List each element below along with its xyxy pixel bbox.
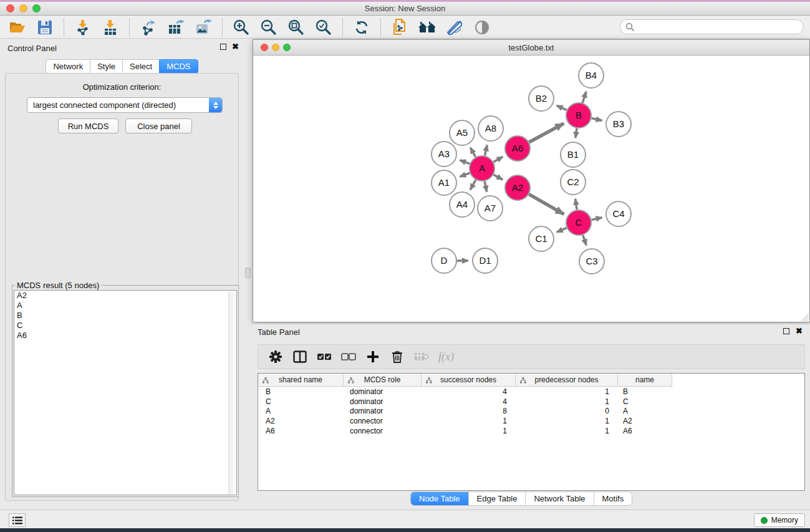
graph-edge-B-B3[interactable] — [592, 118, 602, 120]
column-header-predecessor-nodes[interactable]: predecessor nodes — [516, 374, 618, 387]
tab-network-table[interactable]: Network Table — [526, 492, 594, 505]
graph-edge-A2-C[interactable] — [529, 194, 564, 214]
table-row[interactable]: A6connector11A6 — [258, 426, 804, 436]
graph-node-D1[interactable]: D1 — [473, 248, 498, 273]
graph-edge-A-A3[interactable] — [460, 160, 470, 164]
graph-edge-A-A8[interactable] — [485, 145, 487, 155]
table-cell[interactable]: 8 — [422, 406, 516, 416]
graph-node-B2[interactable]: B2 — [529, 86, 554, 111]
export-image-icon[interactable] — [194, 18, 213, 37]
table-cell[interactable]: 1 — [516, 397, 618, 407]
zoom-out-icon[interactable] — [259, 18, 278, 37]
graph-node-A5[interactable]: A5 — [450, 120, 475, 145]
table-cell[interactable]: 4 — [422, 397, 516, 407]
table-cell[interactable]: A — [618, 406, 672, 416]
float-panel-icon[interactable] — [220, 44, 226, 50]
table-cell[interactable]: 0 — [516, 406, 618, 416]
table-cell[interactable]: connector — [344, 426, 422, 436]
tab-mcds[interactable]: MCDS — [159, 59, 198, 74]
home-icon[interactable] — [418, 18, 436, 37]
table-cell[interactable]: A2 — [258, 416, 344, 426]
tab-network[interactable]: Network — [46, 59, 90, 74]
import-network-icon[interactable] — [74, 18, 92, 37]
table-cell[interactable]: dominator — [344, 387, 422, 397]
run-mcds-button[interactable]: Run MCDS — [58, 118, 118, 133]
table-cell[interactable]: 4 — [422, 387, 516, 397]
graph-edge-B-B1[interactable] — [576, 128, 577, 138]
zoom-fit-icon[interactable] — [287, 18, 306, 37]
mcds-result-item[interactable]: B — [14, 311, 236, 321]
add-column-icon[interactable] — [364, 348, 382, 365]
graph-node-C3[interactable]: C3 — [579, 249, 604, 274]
tab-select[interactable]: Select — [122, 59, 159, 74]
graph-node-B4[interactable]: B4 — [579, 63, 604, 88]
hide-labels-icon[interactable] — [445, 18, 464, 37]
float-panel-icon[interactable] — [783, 328, 789, 334]
table-cell[interactable]: dominator — [344, 406, 422, 416]
graph-node-A3[interactable]: A3 — [432, 142, 456, 167]
deselect-all-icon[interactable] — [340, 348, 357, 365]
zoom-in-icon[interactable] — [232, 18, 251, 37]
table-cell[interactable]: 1 — [516, 426, 618, 436]
table-row[interactable]: Bdominator41B — [258, 387, 804, 397]
memory-button[interactable]: Memory — [754, 513, 805, 527]
table-cell[interactable]: 1 — [422, 416, 516, 426]
new-network-view-icon[interactable] — [390, 18, 409, 37]
column-header-MCDS-role[interactable]: MCDS role — [344, 374, 422, 387]
mcds-result-item[interactable]: C — [14, 321, 236, 331]
save-session-icon[interactable] — [36, 18, 54, 37]
graph-node-A6[interactable]: A6 — [505, 136, 530, 161]
table-cell[interactable]: C — [258, 397, 344, 407]
refresh-layout-icon[interactable] — [352, 18, 371, 37]
column-header-successor-nodes[interactable]: successor nodes — [422, 374, 516, 387]
table-cell[interactable]: connector — [344, 416, 422, 426]
select-all-icon[interactable] — [316, 348, 333, 365]
table-cell[interactable]: A2 — [618, 416, 672, 426]
table-row[interactable]: A2connector11A2 — [258, 416, 804, 426]
graph-edge-C-C2[interactable] — [576, 199, 577, 210]
close-panel-icon[interactable]: ✖ — [232, 44, 239, 50]
mcds-result-scrollbar[interactable] — [228, 291, 236, 494]
graph-edge-A-A6[interactable] — [493, 157, 503, 162]
tab-motifs[interactable]: Motifs — [594, 492, 632, 505]
graph-node-A2[interactable]: A2 — [505, 175, 530, 200]
graph-edge-C-C4[interactable] — [592, 218, 602, 220]
vertical-splitter-handle[interactable] — [245, 268, 251, 278]
function-builder-icon[interactable]: f(x) — [438, 351, 454, 364]
table-cell[interactable]: A6 — [258, 426, 344, 436]
window-resize-grip[interactable] — [800, 312, 809, 321]
zoom-selected-icon[interactable] — [314, 18, 333, 37]
graph-edge-C-C1[interactable] — [557, 228, 567, 232]
mcds-result-item[interactable]: A — [14, 301, 236, 311]
graph-node-B1[interactable]: B1 — [561, 142, 586, 167]
graph-edge-A6-B[interactable] — [529, 123, 564, 142]
column-header-shared-name[interactable]: shared name — [258, 374, 344, 387]
graph-node-A[interactable]: A — [470, 156, 494, 181]
table-cell[interactable]: 1 — [516, 416, 618, 426]
tab-style[interactable]: Style — [90, 59, 122, 74]
graph-node-B[interactable]: B — [566, 103, 591, 128]
table-cell[interactable]: dominator — [344, 397, 422, 407]
column-visibility-icon[interactable] — [291, 348, 309, 365]
table-cell[interactable]: C — [618, 397, 672, 407]
graph-node-B3[interactable]: B3 — [606, 112, 631, 137]
graph-edge-A-A5[interactable] — [470, 148, 476, 157]
graph-node-C2[interactable]: C2 — [561, 170, 586, 195]
column-header-name[interactable]: name — [618, 374, 672, 387]
show-hide-panel-icon[interactable] — [473, 18, 491, 37]
table-cell[interactable]: 1 — [516, 387, 618, 397]
graph-edge-B-B2[interactable] — [557, 105, 567, 110]
tab-edge-table[interactable]: Edge Table — [469, 492, 526, 505]
graph-node-C1[interactable]: C1 — [529, 226, 554, 251]
delete-column-icon[interactable] — [388, 348, 406, 365]
search-input[interactable] — [635, 21, 803, 32]
close-panel-button[interactable]: Close panel — [125, 118, 192, 133]
mcds-result-item[interactable]: A6 — [14, 331, 236, 341]
criterion-dropdown[interactable]: largest connected component (directed) — [27, 97, 223, 113]
graph-edge-A-A2[interactable] — [493, 175, 503, 180]
graph-edge-A-A7[interactable] — [485, 181, 486, 192]
graph-edge-A-A1[interactable] — [460, 173, 470, 177]
network-canvas[interactable]: B4B2BB3B1A5A8A6A3AA1A2C2A4A7C4CC1C3DD1 — [253, 56, 809, 322]
graph-node-A1[interactable]: A1 — [432, 170, 456, 195]
table-cell[interactable]: A — [258, 406, 344, 416]
